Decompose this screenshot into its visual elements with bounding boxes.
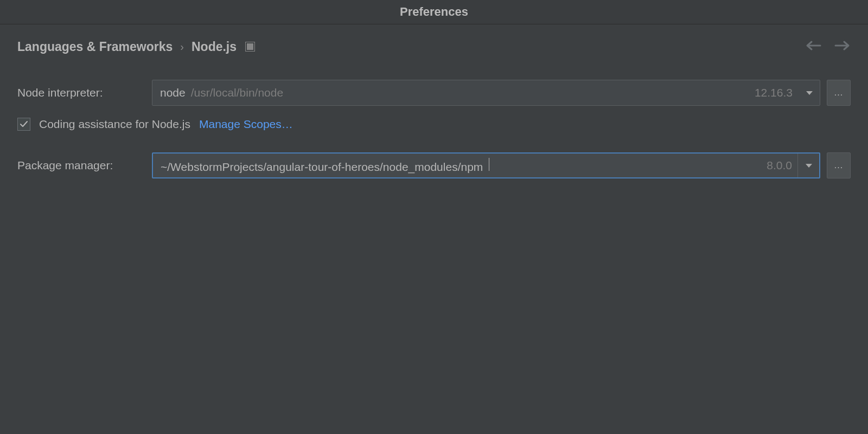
- breadcrumb-separator-icon: ›: [180, 41, 184, 53]
- breadcrumb-leaf: Node.js: [192, 40, 237, 54]
- window-title: Preferences: [400, 5, 468, 19]
- text-cursor: [489, 158, 489, 171]
- package-manager-label: Package manager:: [17, 159, 152, 172]
- checkmark-icon: [20, 120, 28, 128]
- interpreter-version: 12.16.3: [755, 86, 798, 99]
- preferences-panel: Languages & Frameworks › Node.js Node in…: [0, 24, 868, 203]
- node-interpreter-combo[interactable]: node /usr/local/bin/node 12.16.3: [152, 80, 820, 106]
- nav-forward-icon[interactable]: [834, 40, 851, 54]
- package-manager-dropdown-caret[interactable]: [797, 154, 819, 177]
- interpreter-dropdown-caret[interactable]: [798, 80, 820, 105]
- coding-assistance-label[interactable]: Coding assistance for Node.js: [39, 118, 190, 131]
- interpreter-prefix: node: [160, 86, 186, 99]
- nav-back-icon[interactable]: [805, 40, 821, 54]
- node-interpreter-value: node /usr/local/bin/node: [152, 86, 755, 99]
- package-manager-value: ~/WebstormProjects/angular-tour-of-heroe…: [153, 158, 767, 174]
- breadcrumb: Languages & Frameworks › Node.js: [17, 37, 851, 56]
- node-interpreter-label: Node interpreter:: [17, 86, 152, 99]
- per-project-settings-icon: [245, 42, 255, 52]
- node-interpreter-row: Node interpreter: node /usr/local/bin/no…: [17, 80, 851, 106]
- nav-arrows: [805, 40, 851, 54]
- interpreter-path: /usr/local/bin/node: [191, 86, 283, 99]
- browse-package-manager-button[interactable]: ...: [827, 152, 851, 178]
- manage-scopes-link[interactable]: Manage Scopes…: [199, 118, 293, 131]
- coding-assistance-row: Coding assistance for Node.js Manage Sco…: [17, 118, 851, 131]
- package-manager-path: ~/WebstormProjects/angular-tour-of-heroe…: [161, 161, 483, 174]
- package-manager-version: 8.0.0: [767, 159, 797, 172]
- breadcrumb-root[interactable]: Languages & Frameworks: [17, 40, 173, 54]
- title-bar: Preferences: [0, 0, 868, 24]
- browse-interpreter-button[interactable]: ...: [827, 80, 851, 106]
- chevron-down-icon: [806, 91, 813, 95]
- chevron-down-icon: [806, 164, 812, 168]
- coding-assistance-checkbox[interactable]: [17, 118, 30, 131]
- package-manager-row: Package manager: ~/WebstormProjects/angu…: [17, 152, 851, 178]
- package-manager-combo[interactable]: ~/WebstormProjects/angular-tour-of-heroe…: [152, 152, 820, 178]
